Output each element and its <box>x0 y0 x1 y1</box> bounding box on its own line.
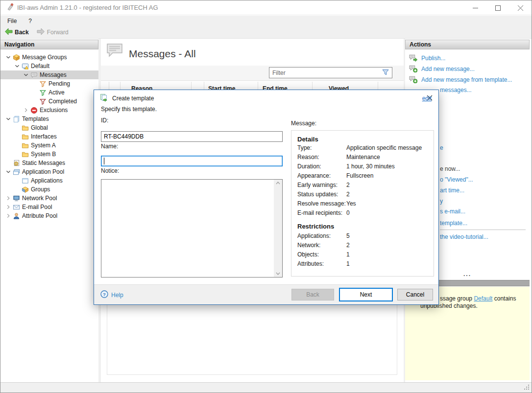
default-group-link[interactable]: Default <box>474 295 492 302</box>
detail-value: Maintenance <box>346 154 380 161</box>
indent-spacer <box>31 80 39 88</box>
column-header-reason[interactable]: Reason <box>131 85 152 90</box>
email-icon <box>12 203 20 211</box>
back-button[interactable]: Back <box>0 26 33 38</box>
nav-item-label: Attribute Pool <box>22 212 57 219</box>
dialog-intro: Specify this template. <box>101 106 157 113</box>
nav-item-templates[interactable]: Templates <box>0 115 98 123</box>
detail-label: Resolve message: <box>297 200 346 207</box>
column-header-end-time[interactable]: End time <box>263 85 288 90</box>
detail-row-status-updates: Status updates:2 <box>297 189 428 199</box>
nav-item-groups[interactable]: Groups <box>0 185 98 194</box>
chevron-right-icon[interactable] <box>4 194 12 202</box>
detail-value: Application specific message <box>346 144 422 151</box>
name-input[interactable] <box>101 156 283 166</box>
chevron-down-icon[interactable] <box>4 115 12 123</box>
chevron-down-icon[interactable] <box>4 168 12 176</box>
chevron-down-icon[interactable] <box>4 53 12 61</box>
nav-item-label: Global <box>31 124 48 131</box>
restriction-rows: Applications:5Network:2Objects:1Attribut… <box>297 231 428 268</box>
filter-box <box>269 67 392 78</box>
scroll-down-icon[interactable] <box>274 272 282 275</box>
scrollbar[interactable] <box>274 180 282 277</box>
indent-spacer <box>4 159 12 167</box>
edit-link[interactable]: edit <box>422 95 432 102</box>
monitor-warning-icon <box>21 62 29 70</box>
detail-label: Applications: <box>297 232 346 239</box>
notice-label: Notice: <box>101 167 119 174</box>
detail-row-reason: Reason:Maintenance <box>297 152 428 162</box>
toolbar: Back Forward <box>0 26 532 39</box>
next-button[interactable]: Next <box>339 288 393 301</box>
filter-bar <box>101 66 404 80</box>
window-title: IBI-aws Admin 1.21.0 - registered for IB… <box>17 4 158 11</box>
action-publish[interactable]: Publish... <box>405 53 530 64</box>
action-add-new-message[interactable]: Add new message... <box>405 64 530 74</box>
resize-grip[interactable] <box>524 384 530 392</box>
notice-textarea[interactable] <box>101 179 283 277</box>
column-header-start-time[interactable]: Start time <box>208 85 235 90</box>
nav-item-attribute-pool[interactable]: Attribute Pool <box>0 211 98 220</box>
nav-item-system-a[interactable]: System A <box>0 141 98 150</box>
nav-item-e-mail-pool[interactable]: E-mail Pool <box>0 203 98 211</box>
chevron-right-icon[interactable] <box>22 106 30 114</box>
clipped-action-fragment[interactable]: messages... <box>440 87 472 93</box>
detail-value: 2 <box>346 242 350 249</box>
funnel-orange-icon <box>39 80 47 88</box>
clipped-action-fragment[interactable]: the video-tutorial... <box>440 233 488 240</box>
nav-item-network-pool[interactable]: Network Pool <box>0 194 98 203</box>
help-link[interactable]: ? Help <box>100 290 123 300</box>
close-button[interactable] <box>509 0 532 15</box>
clipped-action-fragment[interactable]: o "Viewed"... <box>440 176 473 183</box>
nav-item-label: System B <box>31 151 56 158</box>
nav-item-messages[interactable]: Messages <box>0 70 98 79</box>
chevron-down-icon[interactable] <box>13 62 21 70</box>
nav-item-completed[interactable]: Completed <box>0 97 98 106</box>
menu-help[interactable]: ? <box>24 16 37 26</box>
clipped-action-fragment[interactable]: art time... <box>440 187 464 194</box>
nav-item-interfaces[interactable]: Interfaces <box>0 132 98 141</box>
maximize-button[interactable] <box>486 0 509 15</box>
clipped-action-fragment[interactable]: e <box>440 144 443 151</box>
action-add-new-message-from-template[interactable]: Add new message from template... <box>405 74 530 85</box>
filter-input[interactable] <box>269 69 382 76</box>
chevron-right-icon[interactable] <box>4 203 12 211</box>
nav-item-message-groups[interactable]: Message Groups <box>0 53 98 62</box>
nav-item-static-messages[interactable]: Static Messages <box>0 159 98 167</box>
no-entry-icon <box>30 106 38 114</box>
dialog-title-bar: Create template <box>100 93 154 103</box>
column-separator <box>109 82 109 90</box>
detail-value: 2 <box>346 191 350 198</box>
nav-item-applications[interactable]: Applications <box>0 176 98 185</box>
nav-item-label: Network Pool <box>22 195 57 202</box>
clipped-action-fragment[interactable]: y <box>440 198 443 205</box>
clipped-action-fragment[interactable]: template... <box>440 220 467 227</box>
id-input[interactable] <box>101 131 283 142</box>
column-separator <box>204 82 204 90</box>
minimize-button[interactable] <box>464 0 486 15</box>
table-header: ReasonStart timeEnd timeViewed <box>101 80 404 90</box>
menu-file[interactable]: File <box>2 16 22 26</box>
detail-label: Type: <box>297 144 346 151</box>
create-template-icon <box>100 93 108 103</box>
cancel-button[interactable]: Cancel <box>397 289 433 301</box>
back-dialog-button[interactable]: Back <box>291 289 334 301</box>
chevron-right-icon[interactable] <box>4 212 12 220</box>
nav-item-exclusions[interactable]: Exclusions <box>0 106 98 115</box>
nav-item-default[interactable]: Default <box>0 62 98 70</box>
nav-item-system-b[interactable]: System B <box>0 150 98 159</box>
nav-item-active[interactable]: Active <box>0 88 98 97</box>
chevron-down-icon[interactable] <box>22 71 30 79</box>
title-bar: IBI-aws Admin 1.21.0 - registered for IB… <box>0 0 532 15</box>
column-header-viewed[interactable]: Viewed <box>329 85 349 90</box>
clipped-action-fragment[interactable]: s e-mail... <box>440 208 465 215</box>
nav-item-label: Applications <box>31 177 63 184</box>
nav-item-pending[interactable]: Pending <box>0 79 98 88</box>
filter-funnel-icon[interactable] <box>382 69 389 77</box>
forward-button[interactable]: Forward <box>33 26 73 38</box>
nav-item-global[interactable]: Global <box>0 123 98 132</box>
detail-row-resolve-message: Resolve message:Yes <box>297 199 428 208</box>
nav-item-application-pool[interactable]: Application Pool <box>0 167 98 176</box>
scroll-up-icon[interactable] <box>274 182 282 185</box>
folder-icon <box>21 150 29 158</box>
